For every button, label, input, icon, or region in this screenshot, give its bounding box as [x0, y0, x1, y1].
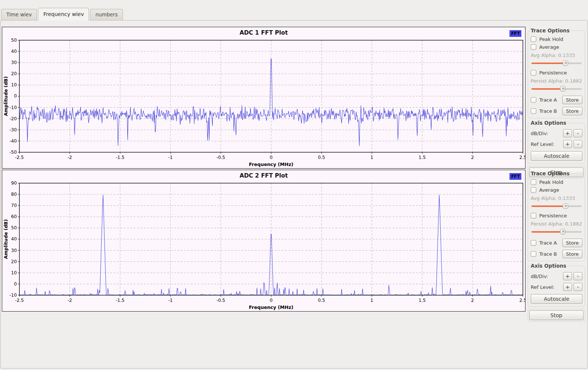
persist-alpha-slider-handle-2[interactable] [560, 229, 566, 235]
svg-text:70: 70 [11, 203, 17, 208]
db-div-plus-button-2[interactable]: + [563, 272, 572, 280]
ref-level-plus-button[interactable]: + [563, 140, 572, 148]
svg-text:1: 1 [370, 155, 373, 160]
autoscale-button-2[interactable]: Autoscale [531, 294, 582, 304]
svg-text:50: 50 [11, 38, 17, 43]
svg-text:-1.5: -1.5 [116, 155, 124, 160]
trace-b-store-button-2[interactable]: Store [562, 250, 582, 258]
svg-text:Amplitude (dB): Amplitude (dB) [3, 76, 9, 116]
ref-level-minus-button-2[interactable]: - [573, 283, 582, 291]
trace-b-store-button[interactable]: Store [562, 107, 582, 115]
average-checkbox[interactable] [531, 44, 536, 50]
trace-options-title: Trace Options [530, 170, 571, 176]
svg-text:-10: -10 [9, 105, 17, 110]
tab-time-view[interactable]: Time wiev [1, 9, 37, 20]
adc1-plot-title: ADC 1 FFT Plot [2, 29, 525, 38]
svg-text:-40: -40 [9, 138, 17, 144]
adc1-control-column: Trace Options Peak Hold Average Avg Alph… [525, 27, 586, 169]
avg-alpha-slider-2[interactable] [531, 203, 582, 209]
adc1-row: ADC 1 FFT Plot FFT -2.5-2-1.5-1-0.500.51… [2, 27, 586, 169]
svg-text:0: 0 [14, 281, 17, 287]
avg-alpha-slider-handle-2[interactable] [563, 203, 568, 209]
svg-text:2: 2 [471, 298, 474, 303]
trace-b-checkbox[interactable] [531, 108, 536, 114]
db-div-label: dB/Div: [531, 274, 562, 279]
svg-text:-1.5: -1.5 [116, 298, 124, 303]
svg-text:-1: -1 [168, 298, 173, 303]
svg-text:-2.5: -2.5 [15, 155, 23, 160]
tab-numbers[interactable]: numbers [90, 9, 123, 20]
adc2-plot-canvas[interactable]: -2.5-2-1.5-1-0.500.511.522.5-10010203040… [2, 181, 525, 311]
svg-text:90: 90 [11, 181, 17, 186]
trace-options-title: Trace Options [530, 28, 571, 34]
svg-text:-2.5: -2.5 [15, 298, 23, 303]
avg-alpha-slider-handle[interactable] [563, 60, 568, 66]
peak-hold-checkbox[interactable] [531, 36, 536, 42]
svg-text:50: 50 [11, 225, 17, 230]
svg-text:40: 40 [11, 49, 17, 54]
svg-text:-20: -20 [9, 116, 17, 121]
svg-text:2.5: 2.5 [519, 155, 525, 160]
svg-text:30: 30 [11, 60, 17, 65]
avg-alpha-slider[interactable] [531, 60, 582, 66]
svg-text:0: 0 [270, 298, 273, 303]
persist-alpha-slider[interactable] [531, 86, 582, 92]
adc1-plot-panel: ADC 1 FFT Plot FFT -2.5-2-1.5-1-0.500.51… [2, 27, 525, 169]
db-div-minus-button-2[interactable]: - [573, 272, 582, 280]
svg-text:10: 10 [11, 270, 17, 275]
trace-a-store-button[interactable]: Store [562, 96, 582, 104]
svg-text:-30: -30 [9, 127, 17, 133]
db-div-plus-button[interactable]: + [563, 129, 572, 137]
tab-bar: Time wiev Frequency wiev numbers [1, 7, 588, 20]
trace-a-label: Trace A [539, 240, 557, 246]
db-div-minus-button[interactable]: - [573, 129, 582, 137]
persistence-checkbox[interactable] [531, 70, 536, 76]
svg-text:1.5: 1.5 [419, 155, 426, 160]
autoscale-button[interactable]: Autoscale [531, 151, 582, 161]
svg-text:30: 30 [11, 248, 17, 253]
svg-text:Amplitude (dB): Amplitude (dB) [3, 219, 9, 259]
adc2-trace-options-group: Trace Options Peak Hold Average Avg Alph… [528, 170, 585, 261]
svg-text:Frequency (MHz): Frequency (MHz) [249, 304, 293, 310]
persist-alpha-label: Persist Alpha: 0.1882 [531, 221, 582, 227]
stop-button-2[interactable]: Stop [529, 310, 584, 320]
svg-text:10: 10 [11, 82, 17, 87]
trace-a-checkbox[interactable] [531, 97, 536, 103]
ref-level-minus-button[interactable]: - [573, 140, 582, 148]
peak-hold-checkbox-2[interactable] [531, 179, 536, 185]
adc2-plot-panel: ADC 2 FFT Plot FFT -2.5-2-1.5-1-0.500.51… [2, 170, 525, 312]
adc2-plot-title: ADC 2 FFT Plot [2, 172, 525, 181]
ref-level-plus-button-2[interactable]: + [563, 283, 572, 291]
svg-text:80: 80 [11, 192, 17, 197]
persist-alpha-label: Persist Alpha: 0.1882 [531, 78, 582, 84]
svg-text:-0.5: -0.5 [217, 155, 225, 160]
svg-text:-0.5: -0.5 [217, 298, 225, 303]
svg-text:60: 60 [11, 214, 17, 219]
adc2-stop-frame: Stop [528, 309, 585, 322]
axis-options-title: Axis Options [530, 120, 567, 126]
avg-alpha-label: Avg Alpha: 0.1333 [531, 195, 582, 201]
svg-text:-2: -2 [67, 298, 72, 303]
adc2-row: ADC 2 FFT Plot FFT -2.5-2-1.5-1-0.500.51… [2, 170, 586, 312]
svg-text:2.5: 2.5 [519, 298, 525, 303]
trace-a-label: Trace A [539, 97, 557, 103]
persist-alpha-slider-handle[interactable] [560, 86, 566, 92]
trace-a-checkbox-2[interactable] [531, 240, 536, 246]
ref-level-label: Ref Level: [531, 141, 562, 147]
svg-text:-50: -50 [9, 150, 17, 155]
svg-text:-1: -1 [168, 155, 173, 160]
peak-hold-label: Peak Hold [539, 36, 563, 42]
svg-text:1.5: 1.5 [419, 298, 426, 303]
persist-alpha-slider-2[interactable] [531, 229, 582, 235]
db-div-label: dB/Div: [531, 131, 562, 136]
adc1-axis-options-group: Axis Options dB/Div: + - Ref Level: + - … [528, 120, 585, 164]
persistence-checkbox-2[interactable] [531, 213, 536, 219]
average-checkbox-2[interactable] [531, 187, 536, 193]
ref-level-label: Ref Level: [531, 284, 562, 290]
trace-a-store-button-2[interactable]: Store [562, 239, 582, 247]
fft-legend-badge: FFT [509, 173, 521, 180]
adc1-plot-canvas[interactable]: -2.5-2-1.5-1-0.500.511.522.5-50-40-30-20… [2, 38, 525, 168]
trace-b-checkbox-2[interactable] [531, 251, 536, 257]
tab-frequency-view[interactable]: Frequency wiev [38, 8, 89, 20]
peak-hold-label: Peak Hold [539, 179, 563, 185]
